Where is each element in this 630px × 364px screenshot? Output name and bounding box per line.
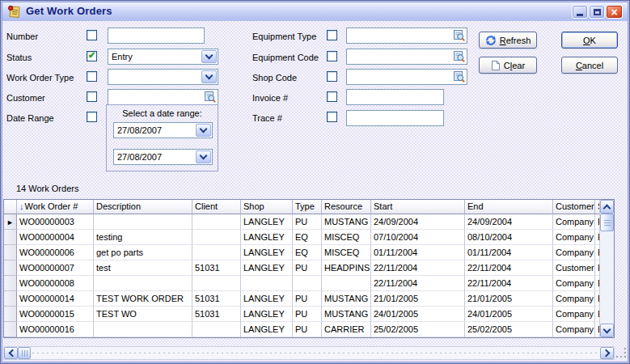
vertical-scroll-track[interactable] [600, 231, 614, 324]
status-combo[interactable]: Entry [108, 49, 218, 65]
table-row[interactable]: WO00000016LANGLEYPUCARRIER25/02/200525/0… [4, 322, 614, 337]
table-row[interactable]: WO0000000822/11/200422/11/2004CompanyE [4, 276, 614, 291]
column-header-work-order-[interactable]: ↓Work Order # [17, 200, 94, 214]
invoice-checkbox[interactable] [327, 91, 337, 102]
equipment-type-checkbox[interactable] [327, 30, 337, 40]
resize-grip[interactable] [615, 347, 628, 360]
shop-code-checkbox[interactable] [327, 71, 337, 82]
trace-label: Trace # [252, 113, 282, 123]
row-selector[interactable] [4, 322, 17, 337]
shop-code-lookup-field[interactable] [346, 69, 467, 85]
row-selector[interactable] [4, 276, 17, 291]
scroll-left-button[interactable] [4, 347, 18, 359]
cell: Customer [553, 260, 595, 276]
cell: 25/02/2005 [371, 322, 465, 337]
lookup-magnifier-icon[interactable] [453, 50, 466, 63]
cell: TEST WO [94, 307, 192, 322]
cell: LANGLEY [241, 291, 293, 307]
row-selector[interactable] [4, 307, 17, 322]
scroll-down-button[interactable] [600, 324, 614, 337]
customer-label: Customer [6, 93, 45, 103]
cell: 24/01/2005 [465, 307, 553, 322]
sort-arrow-icon: ↓ [19, 201, 24, 211]
column-header-description[interactable]: Description [94, 200, 192, 214]
customer-checkbox[interactable] [87, 91, 97, 102]
row-selector[interactable] [4, 260, 17, 276]
work-order-type-checkbox[interactable] [87, 71, 97, 82]
table-row[interactable]: WO00000004testingLANGLEYEQMISCEQ07/10/20… [4, 230, 614, 245]
date-to-combo[interactable]: 27/08/2007 [113, 149, 213, 165]
date-from-dropdown-button[interactable] [196, 124, 211, 137]
refresh-button[interactable]: Refresh [479, 32, 537, 49]
date-from-combo[interactable]: 27/08/2007 [113, 122, 213, 138]
table-row[interactable]: WO00000015TEST WO51031LANGLEYPUMUSTANG24… [4, 307, 614, 322]
trace-checkbox[interactable] [327, 112, 337, 122]
work-order-type-combo[interactable] [108, 69, 218, 85]
clear-button[interactable]: Clear [479, 57, 537, 74]
cell: WO00000004 [17, 230, 94, 245]
customer-lookup-field[interactable] [108, 89, 218, 105]
row-selector[interactable]: ► [4, 214, 17, 230]
column-header-type[interactable]: Type [293, 200, 322, 214]
scroll-up-button[interactable] [600, 200, 614, 214]
cell: 24/01/2005 [371, 307, 465, 322]
lookup-magnifier-icon[interactable] [453, 70, 466, 83]
equipment-code-lookup-field[interactable] [346, 49, 467, 65]
table-row[interactable]: WO00000007test51031LANGLEYPUHEADPINS22/1… [4, 260, 614, 276]
cell [192, 214, 241, 230]
ok-button[interactable]: OK [561, 32, 618, 49]
cell: WO00000015 [17, 307, 94, 322]
lookup-magnifier-icon[interactable] [453, 29, 466, 42]
grid-body: ►WO00000003LANGLEYPUMUSTANG24/09/200424/… [4, 214, 614, 337]
equipment-type-lookup-field[interactable] [346, 28, 467, 44]
table-row[interactable]: WO00000014TEST WORK ORDER51031LANGLEYPUM… [4, 291, 614, 307]
number-input[interactable] [108, 28, 205, 44]
number-checkbox[interactable] [87, 30, 97, 40]
column-header-customer[interactable]: Customer [553, 200, 595, 214]
equipment-code-checkbox[interactable] [327, 51, 337, 61]
chevron-down-icon [200, 125, 208, 133]
cell: 51031 [192, 260, 241, 276]
title-bar[interactable]: Get Work Orders × [2, 2, 628, 22]
invoice-label: Invoice # [252, 93, 288, 103]
row-selector[interactable] [4, 291, 17, 307]
scroll-right-button[interactable] [600, 347, 614, 359]
cell [241, 276, 293, 291]
date-range-checkbox[interactable] [87, 112, 97, 122]
cell [322, 276, 371, 291]
maximize-button[interactable] [589, 5, 605, 19]
lookup-magnifier-icon[interactable] [204, 91, 217, 104]
cancel-button[interactable]: Cancel [561, 57, 618, 74]
column-header-start[interactable]: Start [371, 200, 465, 214]
cell: 22/11/2004 [371, 276, 465, 291]
trace-input[interactable] [346, 110, 444, 126]
vertical-scrollbar[interactable] [599, 200, 614, 337]
table-row[interactable]: ►WO00000003LANGLEYPUMUSTANG24/09/200424/… [4, 214, 614, 230]
current-row-marker-icon: ► [6, 218, 14, 226]
invoice-input[interactable] [346, 89, 444, 105]
horizontal-scroll-thumb[interactable] [18, 347, 31, 359]
minimize-button[interactable] [572, 5, 588, 19]
close-button[interactable]: × [606, 5, 623, 19]
row-selector[interactable] [4, 230, 17, 245]
vertical-scroll-thumb[interactable] [600, 214, 614, 231]
horizontal-scrollbar[interactable] [3, 346, 615, 360]
work-order-type-dropdown-button[interactable] [201, 70, 217, 83]
cell: Company [553, 230, 595, 245]
status-combo-dropdown-button[interactable] [201, 50, 217, 63]
maximize-icon [594, 9, 601, 15]
horizontal-scroll-track[interactable] [31, 347, 600, 359]
cell: MUSTANG [322, 214, 371, 230]
column-header-end[interactable]: End [465, 200, 553, 214]
work-orders-grid[interactable]: ↓Work Order #DescriptionClientShopTypeRe… [3, 199, 615, 338]
cell: Company [553, 291, 595, 307]
row-selector[interactable] [4, 245, 17, 260]
table-row[interactable]: WO00000006get po partsLANGLEYEQMISCEQ01/… [4, 245, 614, 260]
column-header-shop[interactable]: Shop [241, 200, 293, 214]
date-to-dropdown-button[interactable] [196, 150, 211, 163]
column-header-resource[interactable]: Resource [322, 200, 371, 214]
get-work-orders-window: Get Work Orders × Number Status Work Ord… [0, 0, 630, 364]
status-checkbox[interactable] [87, 51, 97, 61]
cell: 01/11/2004 [371, 245, 465, 260]
column-header-client[interactable]: Client [192, 200, 241, 214]
